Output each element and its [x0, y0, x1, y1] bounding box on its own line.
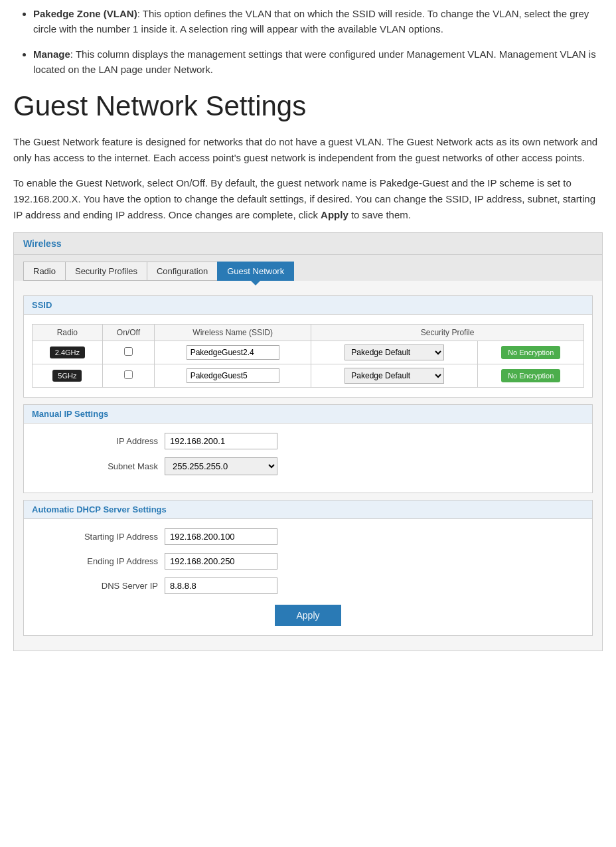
radio-badge-24: 2.4GHz — [33, 341, 103, 364]
subnet-mask-row: Subnet Mask 255.255.255.0 — [32, 457, 584, 475]
ssid-input-5[interactable] — [187, 368, 279, 383]
security-select-cell-5[interactable]: Pakedge Default — [311, 364, 478, 388]
radio-badge-5: 5GHz — [33, 364, 103, 388]
dns-server-row: DNS Server IP — [32, 578, 584, 594]
checkbox-24ghz[interactable] — [124, 347, 133, 356]
col-ssid: Wireless Name (SSID) — [155, 325, 311, 341]
bullet-manage: Manage: This column displays the managem… — [33, 47, 603, 77]
security-select-5[interactable]: Pakedge Default — [345, 368, 444, 384]
panel-body: SSID Radio On/Off Wireless Name (SSID) S… — [14, 281, 602, 651]
ssid-name-cell-24[interactable] — [155, 341, 311, 364]
ending-ip-input[interactable] — [165, 553, 277, 570]
tab-guest-network[interactable]: Guest Network — [217, 262, 294, 281]
apply-button[interactable]: Apply — [275, 605, 341, 626]
dns-server-input[interactable] — [165, 578, 277, 594]
table-row: 2.4GHz Pakedge Defaul — [33, 341, 584, 364]
bullet-vlan: Pakedge Zone (VLAN): This option defines… — [33, 7, 603, 37]
bullet-list: Pakedge Zone (VLAN): This option defines… — [13, 7, 603, 77]
ip-address-row: IP Address — [32, 433, 584, 449]
encrypt-btn-24[interactable]: No Encryption — [501, 346, 560, 359]
tab-security-profiles[interactable]: Security Profiles — [65, 262, 147, 281]
radio-label-24: 2.4GHz — [50, 346, 85, 358]
radio-label-5: 5GHz — [52, 370, 82, 382]
subnet-mask-label: Subnet Mask — [32, 461, 165, 471]
manual-ip-section: Manual IP Settings IP Address Subnet Mas… — [23, 404, 593, 493]
intro-paragraph-1: The Guest Network feature is designed fo… — [13, 134, 603, 166]
section-title: Guest Network Settings — [13, 90, 603, 122]
ssid-section-body: Radio On/Off Wireless Name (SSID) Securi… — [24, 315, 592, 397]
tab-configuration[interactable]: Configuration — [147, 262, 217, 281]
apply-inline-bold: Apply — [321, 209, 348, 220]
bullet-manage-term: Manage — [33, 48, 70, 60]
ssid-name-cell-5[interactable] — [155, 364, 311, 388]
col-security: Security Profile — [311, 325, 584, 341]
dhcp-section-body: Starting IP Address Ending IP Address DN… — [24, 519, 592, 635]
starting-ip-row: Starting IP Address — [32, 528, 584, 545]
bullet-manage-text: : This column displays the management se… — [33, 48, 596, 75]
col-onoff: On/Off — [102, 325, 154, 341]
ip-address-input[interactable] — [165, 433, 277, 449]
wireless-panel: Wireless Radio Security Profiles Configu… — [13, 232, 603, 651]
ssid-section-header: SSID — [24, 296, 592, 315]
encrypt-btn-cell-5[interactable]: No Encryption — [478, 364, 584, 388]
onoff-checkbox-5[interactable] — [102, 364, 154, 388]
encrypt-btn-5[interactable]: No Encryption — [501, 369, 560, 382]
checkbox-5ghz[interactable] — [124, 370, 133, 379]
tab-bar: Radio Security Profiles Configuration Gu… — [14, 255, 602, 281]
ending-ip-row: Ending IP Address — [32, 553, 584, 570]
tab-radio[interactable]: Radio — [23, 262, 65, 281]
ssid-section: SSID Radio On/Off Wireless Name (SSID) S… — [23, 295, 593, 398]
manual-ip-header: Manual IP Settings — [24, 405, 592, 424]
ssid-input-24[interactable] — [187, 345, 279, 360]
dhcp-section: Automatic DHCP Server Settings Starting … — [23, 500, 593, 636]
ip-address-label: IP Address — [32, 436, 165, 446]
starting-ip-label: Starting IP Address — [32, 532, 165, 542]
dhcp-section-header: Automatic DHCP Server Settings — [24, 501, 592, 519]
manual-ip-body: IP Address Subnet Mask 255.255.255.0 — [24, 424, 592, 493]
table-row: 5GHz Pakedge Default — [33, 364, 584, 388]
subnet-mask-select[interactable]: 255.255.255.0 — [165, 457, 277, 475]
bullet-vlan-term: Pakedge Zone (VLAN) — [33, 8, 137, 19]
encrypt-btn-cell-24[interactable]: No Encryption — [478, 341, 584, 364]
panel-header: Wireless — [14, 233, 602, 255]
security-select-24[interactable]: Pakedge Default — [345, 345, 444, 360]
security-select-cell-24[interactable]: Pakedge Default — [311, 341, 478, 364]
dns-server-label: DNS Server IP — [32, 581, 165, 591]
ssid-table: Radio On/Off Wireless Name (SSID) Securi… — [32, 324, 584, 388]
ending-ip-label: Ending IP Address — [32, 556, 165, 566]
col-radio: Radio — [33, 325, 103, 341]
starting-ip-input[interactable] — [165, 528, 277, 545]
intro-paragraph-2: To enable the Guest Network, select On/O… — [13, 175, 603, 223]
onoff-checkbox-24[interactable] — [102, 341, 154, 364]
